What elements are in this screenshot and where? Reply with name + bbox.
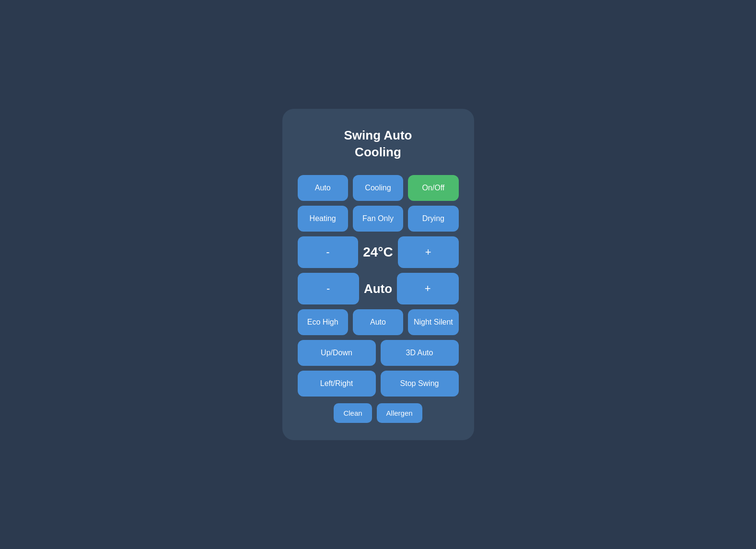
- fan-minus-button[interactable]: -: [298, 273, 359, 304]
- auto-button[interactable]: Auto: [298, 175, 348, 201]
- fan-speed-display: Auto: [364, 281, 392, 296]
- fan-mode-row: Eco High Auto Night Silent: [298, 309, 459, 335]
- title-swing: Swing Auto: [344, 128, 412, 143]
- temperature-display: 24°C: [363, 245, 393, 260]
- ac-control-card: Swing Auto Cooling Auto Cooling On/Off H…: [282, 109, 474, 440]
- up-down-button[interactable]: Up/Down: [298, 340, 376, 366]
- swing-row-2: Left/Right Stop Swing: [298, 371, 459, 397]
- fan-plus-button[interactable]: +: [397, 273, 458, 304]
- title-mode: Cooling: [355, 145, 401, 160]
- clean-button[interactable]: Clean: [334, 403, 372, 423]
- bottom-row: Clean Allergen: [298, 403, 459, 423]
- temperature-row: - 24°C +: [298, 236, 459, 268]
- temp-minus-button[interactable]: -: [298, 236, 359, 268]
- allergen-button[interactable]: Allergen: [377, 403, 422, 423]
- drying-button[interactable]: Drying: [408, 206, 458, 232]
- night-silent-button[interactable]: Night Silent: [408, 309, 458, 335]
- heating-button[interactable]: Heating: [298, 206, 348, 232]
- fan-auto-button[interactable]: Auto: [353, 309, 403, 335]
- eco-high-button[interactable]: Eco High: [298, 309, 348, 335]
- left-right-button[interactable]: Left/Right: [298, 371, 376, 397]
- fan-speed-row: - Auto +: [298, 273, 459, 304]
- stop-swing-button[interactable]: Stop Swing: [381, 371, 459, 397]
- three-d-auto-button[interactable]: 3D Auto: [381, 340, 459, 366]
- temp-plus-button[interactable]: +: [398, 236, 459, 268]
- mode-row-1: Auto Cooling On/Off: [298, 175, 459, 201]
- fan-only-button[interactable]: Fan Only: [353, 206, 403, 232]
- cooling-button[interactable]: Cooling: [353, 175, 403, 201]
- mode-row-2: Heating Fan Only Drying: [298, 206, 459, 232]
- swing-row-1: Up/Down 3D Auto: [298, 340, 459, 366]
- on-off-button[interactable]: On/Off: [408, 175, 458, 201]
